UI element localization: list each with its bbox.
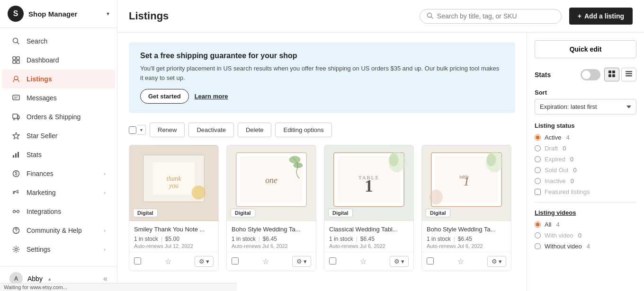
select-all-wrapper[interactable]: ▾ (129, 125, 146, 135)
sidebar-item-community-help[interactable]: Community & Help › (2, 221, 115, 240)
sidebar-item-orders-label: Orders & Shipping (27, 113, 80, 121)
listing-checkbox[interactable] (329, 257, 336, 266)
sidebar-username: Abby (27, 275, 43, 282)
messages-icon (11, 93, 21, 103)
list-view-button[interactable] (621, 68, 636, 81)
sidebar-collapse-icon[interactable]: « (103, 274, 107, 283)
renew-button[interactable]: Renew (150, 123, 185, 137)
sidebar-item-settings[interactable]: Settings › (2, 240, 115, 259)
stats-label: Stats (535, 71, 551, 79)
learn-more-button[interactable]: Learn more (195, 93, 228, 100)
delete-button[interactable]: Delete (238, 123, 272, 137)
listing-actions: ☆ ⚙ ▾ (422, 252, 511, 271)
video-without-radio[interactable] (535, 243, 541, 249)
sidebar-item-orders-shipping[interactable]: Orders & Shipping (2, 107, 115, 126)
sidebar-item-integrations-label: Integrations (27, 208, 61, 215)
search-input[interactable] (437, 12, 555, 20)
status-inactive-row: Inactive 0 (535, 177, 636, 185)
sidebar-item-listings[interactable]: Listings (2, 70, 115, 88)
listing-select-checkbox[interactable] (329, 257, 336, 265)
gear-icon: ⚙ (296, 258, 302, 265)
gear-icon: ⚙ (394, 258, 400, 265)
get-started-button[interactable]: Get started (140, 89, 189, 104)
body-split: Set a free shipping guarantee for your s… (117, 33, 644, 291)
section-divider (535, 202, 636, 203)
status-active-radio[interactable] (535, 134, 541, 141)
svg-point-17 (17, 211, 19, 213)
listing-options-button[interactable]: ⚙ ▾ (195, 256, 214, 267)
quick-edit-button[interactable]: Quick edit (535, 40, 636, 58)
community-help-arrow-icon: › (104, 228, 106, 233)
add-listing-button[interactable]: + Add a listing (569, 8, 633, 25)
svg-rect-54 (612, 74, 615, 77)
view-buttons (604, 68, 636, 81)
sidebar-item-messages[interactable]: Messages (2, 88, 115, 107)
sidebar-item-marketing[interactable]: Marketing › (2, 183, 115, 202)
status-draft-radio[interactable] (535, 145, 541, 151)
favorite-button[interactable]: ☆ (360, 257, 367, 266)
svg-marker-11 (13, 132, 19, 139)
status-sold-out-row: Sold Out 0 (535, 167, 636, 174)
video-with-radio[interactable] (535, 232, 541, 238)
grid-view-button[interactable] (604, 68, 619, 81)
toggle-knob (582, 71, 590, 79)
deactivate-button[interactable]: Deactivate (188, 123, 233, 137)
page-title: Listings (129, 10, 412, 22)
community-help-icon (11, 226, 21, 235)
video-all-radio[interactable] (535, 221, 541, 228)
shop-manager-label: Shop Manager (28, 10, 77, 18)
status-expired-radio[interactable] (535, 156, 541, 162)
featured-listings-checkbox[interactable] (535, 189, 541, 195)
sidebar-item-finances[interactable]: Finances › (2, 164, 115, 183)
status-active-label: Active (545, 134, 561, 141)
sidebar-item-dashboard[interactable]: Dashboard (2, 51, 115, 70)
sidebar-item-star-seller[interactable]: Star Seller (2, 126, 115, 145)
svg-point-10 (18, 119, 19, 120)
status-sold-out-radio[interactable] (535, 167, 541, 173)
select-all-checkbox[interactable] (129, 126, 136, 134)
search-bar[interactable] (420, 9, 562, 24)
favorite-button[interactable]: ☆ (165, 257, 171, 266)
listing-renew: Auto-renews Jul 12, 2022 (134, 243, 214, 249)
gear-icon: ⚙ (492, 258, 497, 265)
listing-options-button[interactable]: ⚙ ▾ (390, 256, 409, 267)
favorite-button[interactable]: ☆ (457, 257, 464, 266)
status-inactive-radio[interactable] (535, 178, 541, 184)
listing-videos-title[interactable]: Listing videos (535, 209, 636, 216)
listings-area: Set a free shipping guarantee for your s… (117, 33, 527, 291)
status-active-row: Active 4 (535, 134, 636, 141)
favorite-button[interactable]: ☆ (262, 257, 269, 266)
listing-info: Classical Wedding Tabl... 1 in stock | $… (324, 221, 413, 252)
listing-options-button[interactable]: ⚙ ▾ (487, 256, 506, 267)
listing-renew: Auto-renews Jul 6, 2022 (427, 243, 506, 249)
svg-point-49 (487, 153, 496, 167)
listing-options-button[interactable]: ⚙ ▾ (292, 256, 311, 267)
select-dropdown-button[interactable]: ▾ (137, 125, 146, 135)
svg-rect-4 (13, 61, 16, 63)
listing-price: $6.45 (263, 236, 277, 242)
sidebar-item-settings-label: Settings (27, 246, 51, 253)
sort-select[interactable]: Expiration: latest first Expiration: old… (535, 99, 636, 115)
svg-point-16 (13, 211, 16, 213)
stats-toggle[interactable] (581, 69, 600, 80)
sidebar-item-integrations[interactable]: Integrations (2, 202, 115, 221)
sidebar-item-search[interactable]: Search (2, 32, 115, 51)
listing-name: Smiley Thank You Note ... (134, 226, 214, 233)
svg-line-1 (18, 43, 19, 44)
video-all-count: 4 (556, 221, 559, 228)
listing-checkbox[interactable] (232, 257, 239, 266)
sidebar-item-star-seller-label: Star Seller (27, 132, 57, 140)
sidebar-header[interactable]: S Shop Manager ▾ (0, 0, 117, 28)
sidebar-item-stats[interactable]: Stats (2, 145, 115, 164)
listing-select-checkbox[interactable] (134, 257, 141, 265)
listing-meta: 1 in stock | $6.45 (427, 236, 506, 242)
listing-actions: ☆ ⚙ ▾ (129, 252, 218, 271)
listing-select-checkbox[interactable] (427, 257, 434, 265)
listing-checkbox[interactable] (134, 257, 141, 266)
listing-select-checkbox[interactable] (232, 257, 239, 265)
svg-rect-13 (15, 153, 17, 158)
svg-rect-57 (626, 75, 632, 77)
editing-options-button[interactable]: Editing options (275, 123, 331, 137)
listing-checkbox[interactable] (427, 257, 434, 266)
featured-listings-row: Featured listings (535, 188, 636, 195)
